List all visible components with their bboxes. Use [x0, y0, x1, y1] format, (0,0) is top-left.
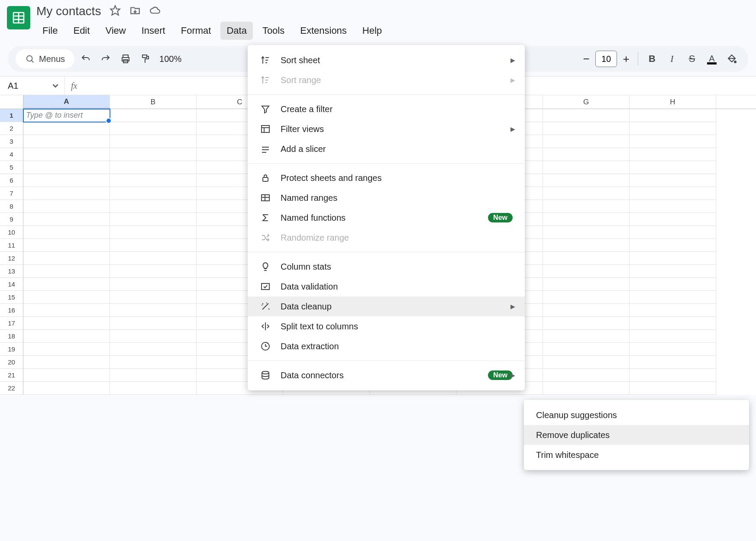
cell[interactable] [23, 317, 110, 330]
cell[interactable] [23, 213, 110, 226]
cell[interactable] [23, 135, 110, 148]
row-header[interactable]: 19 [0, 343, 23, 356]
fill-color-button[interactable] [723, 50, 740, 68]
cell[interactable] [630, 161, 716, 174]
cell[interactable] [110, 200, 197, 213]
menu-item-filter-views[interactable]: Filter views▶ [248, 119, 525, 139]
cell[interactable] [110, 122, 197, 135]
row-header[interactable]: 10 [0, 226, 23, 239]
zoom-dropdown[interactable]: 100% [157, 54, 184, 64]
menu-item-named-ranges[interactable]: Named ranges [248, 188, 525, 208]
cell[interactable] [110, 174, 197, 187]
cell[interactable] [543, 291, 630, 304]
cell[interactable] [110, 369, 197, 382]
cell[interactable] [630, 278, 716, 291]
cell[interactable] [543, 317, 630, 330]
menu-data[interactable]: Data [220, 22, 252, 40]
row-header[interactable]: 20 [0, 356, 23, 369]
font-size-input[interactable] [595, 51, 617, 67]
cell[interactable] [23, 148, 110, 161]
cell[interactable] [543, 356, 630, 369]
menu-edit[interactable]: Edit [67, 22, 96, 40]
italic-button[interactable]: I [663, 50, 681, 68]
menu-item-create-a-filter[interactable]: Create a filter [248, 99, 525, 119]
menu-tools[interactable]: Tools [256, 22, 291, 40]
cell[interactable] [543, 109, 630, 122]
print-button[interactable] [117, 50, 134, 68]
cell[interactable] [23, 291, 110, 304]
cell[interactable] [110, 252, 197, 265]
cell[interactable] [543, 252, 630, 265]
name-box[interactable]: A1 [0, 77, 65, 95]
menu-file[interactable]: File [36, 22, 64, 40]
cell[interactable] [543, 343, 630, 356]
row-header[interactable]: 14 [0, 278, 23, 291]
cell[interactable]: Type @ to insert [23, 109, 110, 122]
cell[interactable] [543, 304, 630, 317]
menu-format[interactable]: Format [175, 22, 217, 40]
menu-item-named-functions[interactable]: Named functionsNew [248, 208, 525, 228]
row-header[interactable]: 21 [0, 369, 23, 382]
cell[interactable] [23, 356, 110, 369]
cell[interactable] [23, 226, 110, 239]
menu-item-split-text-to-columns[interactable]: Split text to columns [248, 316, 525, 336]
menu-item-data-extraction[interactable]: Data extraction [248, 336, 525, 356]
row-header[interactable]: 5 [0, 161, 23, 174]
cell[interactable] [23, 343, 110, 356]
cell[interactable] [630, 304, 716, 317]
cell[interactable] [543, 187, 630, 200]
cell[interactable] [110, 382, 197, 395]
cell[interactable] [630, 109, 716, 122]
cell[interactable] [23, 369, 110, 382]
cell[interactable] [23, 122, 110, 135]
row-header[interactable]: 8 [0, 200, 23, 213]
font-size-decrease[interactable]: − [580, 52, 593, 66]
column-header[interactable]: A [23, 95, 110, 109]
row-header[interactable]: 13 [0, 265, 23, 278]
submenu-item-cleanup-suggestions[interactable]: Cleanup suggestions [524, 405, 749, 425]
cell[interactable] [543, 330, 630, 343]
select-all-corner[interactable] [0, 95, 23, 109]
cell[interactable] [543, 174, 630, 187]
submenu-item-trim-whitespace[interactable]: Trim whitespace [524, 445, 749, 465]
cell[interactable] [630, 265, 716, 278]
document-title[interactable]: My contacts [36, 4, 101, 18]
star-icon[interactable] [110, 5, 121, 18]
cell[interactable] [110, 109, 197, 122]
undo-button[interactable] [77, 50, 94, 68]
cell[interactable] [110, 213, 197, 226]
cell[interactable] [110, 304, 197, 317]
menu-item-add-a-slicer[interactable]: Add a slicer [248, 139, 525, 159]
column-header[interactable]: G [543, 95, 630, 109]
cell[interactable] [543, 369, 630, 382]
row-header[interactable]: 7 [0, 187, 23, 200]
cell[interactable] [110, 343, 197, 356]
bold-button[interactable]: B [643, 50, 661, 68]
menu-item-data-connectors[interactable]: Data connectorsNew▶ [248, 365, 525, 385]
cell[interactable] [543, 278, 630, 291]
cell[interactable] [110, 317, 197, 330]
menu-item-column-stats[interactable]: Column stats [248, 257, 525, 277]
menus-search[interactable]: Menus [16, 49, 74, 68]
cell[interactable] [110, 330, 197, 343]
cell[interactable] [23, 187, 110, 200]
sheets-logo-icon[interactable] [7, 6, 30, 29]
cell[interactable] [630, 187, 716, 200]
row-header[interactable]: 22 [0, 382, 23, 395]
move-icon[interactable] [129, 5, 141, 18]
cell[interactable] [630, 382, 716, 395]
redo-button[interactable] [97, 50, 114, 68]
cell[interactable] [543, 265, 630, 278]
cell[interactable] [543, 161, 630, 174]
cell[interactable] [630, 356, 716, 369]
cell[interactable] [110, 265, 197, 278]
row-header[interactable]: 2 [0, 122, 23, 135]
cell[interactable] [23, 304, 110, 317]
cell[interactable] [23, 382, 110, 395]
menu-insert[interactable]: Insert [136, 22, 171, 40]
row-header[interactable]: 15 [0, 291, 23, 304]
cell[interactable] [23, 278, 110, 291]
font-size-increase[interactable]: + [620, 52, 633, 66]
cell[interactable] [630, 252, 716, 265]
cell[interactable] [543, 135, 630, 148]
